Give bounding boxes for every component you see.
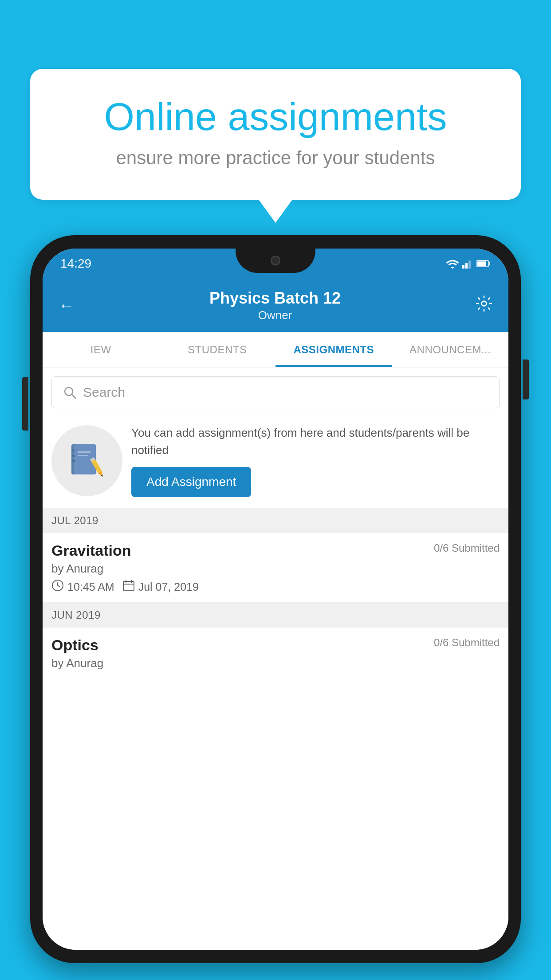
assignment-text-block: You can add assignment(s) from here and … — [131, 424, 500, 497]
phone-power-button — [523, 360, 529, 399]
speech-bubble-title: Online assignments — [66, 95, 485, 138]
assignment-icon-circle — [51, 425, 122, 496]
add-assignment-block: You can add assignment(s) from here and … — [43, 415, 508, 508]
clock-icon — [51, 579, 64, 594]
svg-point-6 — [482, 301, 487, 306]
wifi-icon — [446, 259, 459, 269]
assignment-description: You can add assignment(s) from here and … — [131, 424, 500, 459]
assignment-meta: 10:45 AM Jul 07, 201 — [51, 579, 500, 594]
add-assignment-button[interactable]: Add Assignment — [131, 467, 251, 497]
assignment-author: by Anurag — [51, 562, 500, 576]
svg-rect-12 — [71, 455, 75, 457]
clock-svg — [51, 579, 64, 592]
notebook-pencil-icon — [67, 441, 107, 481]
meta-time: 10:45 AM — [51, 579, 114, 594]
camera-lens — [271, 256, 280, 265]
settings-button[interactable] — [476, 295, 492, 316]
svg-rect-14 — [78, 451, 91, 453]
status-icons — [446, 259, 491, 269]
speech-bubble: Online assignments ensure more practice … — [30, 69, 521, 200]
svg-rect-23 — [123, 581, 134, 591]
svg-rect-13 — [71, 460, 75, 462]
phone-device: 14:29 — [30, 235, 521, 963]
optics-author: by Anurag — [51, 656, 500, 670]
svg-rect-15 — [78, 455, 88, 456]
section-header-jun: JUN 2019 — [43, 603, 508, 628]
search-bar[interactable]: Search — [51, 376, 500, 408]
optics-name: Optics — [51, 636, 98, 654]
phone-screen: 14:29 — [43, 249, 508, 950]
assignment-name: Gravitation — [51, 542, 131, 559]
svg-rect-11 — [71, 450, 75, 451]
calendar-icon — [122, 579, 135, 594]
tab-announcements[interactable]: ANNOUNCEM... — [392, 332, 509, 367]
assignment-time: 10:45 AM — [67, 581, 114, 593]
app-header: ← Physics Batch 12 Owner — [43, 279, 508, 332]
svg-rect-4 — [489, 262, 490, 265]
header-subtitle: Owner — [209, 308, 341, 322]
phone-notch — [236, 249, 315, 273]
signal-icon — [462, 259, 473, 269]
section-header-jul: JUL 2019 — [43, 508, 508, 533]
tab-iew[interactable]: IEW — [43, 332, 159, 367]
assignment-item-optics[interactable]: Optics 0/6 Submitted by Anurag — [43, 628, 508, 682]
svg-rect-0 — [462, 265, 464, 269]
battery-icon — [476, 260, 491, 268]
assignment-item-gravitation[interactable]: Gravitation 0/6 Submitted by Anurag — [43, 533, 508, 603]
svg-rect-2 — [468, 261, 471, 269]
phone-outer-frame: 14:29 — [30, 235, 521, 963]
header-title: Physics Batch 12 — [209, 289, 341, 308]
speech-bubble-container: Online assignments ensure more practice … — [30, 69, 521, 200]
header-title-block: Physics Batch 12 Owner — [209, 289, 341, 322]
tab-students[interactable]: STUDENTS — [159, 332, 276, 367]
svg-rect-5 — [477, 261, 486, 266]
search-icon — [63, 385, 77, 399]
tab-assignments[interactable]: ASSIGNMENTS — [276, 332, 392, 367]
back-button[interactable]: ← — [59, 296, 75, 315]
search-placeholder: Search — [83, 385, 125, 400]
meta-date: Jul 07, 2019 — [122, 579, 199, 594]
assignment-date: Jul 07, 2019 — [138, 581, 199, 593]
assignment-submitted: 0/6 Submitted — [434, 542, 500, 554]
optics-item-top: Optics 0/6 Submitted — [51, 636, 500, 654]
gear-icon — [476, 295, 492, 312]
svg-line-22 — [58, 585, 60, 587]
tabs-bar: IEW STUDENTS ASSIGNMENTS ANNOUNCEM... — [43, 332, 508, 368]
speech-bubble-subtitle: ensure more practice for your students — [66, 147, 485, 169]
status-time: 14:29 — [60, 257, 91, 271]
svg-rect-1 — [465, 263, 468, 269]
svg-line-8 — [72, 395, 75, 398]
optics-submitted: 0/6 Submitted — [434, 636, 500, 649]
calendar-svg — [122, 579, 135, 592]
content-area: Search — [43, 368, 508, 950]
assignment-item-top: Gravitation 0/6 Submitted — [51, 542, 500, 559]
